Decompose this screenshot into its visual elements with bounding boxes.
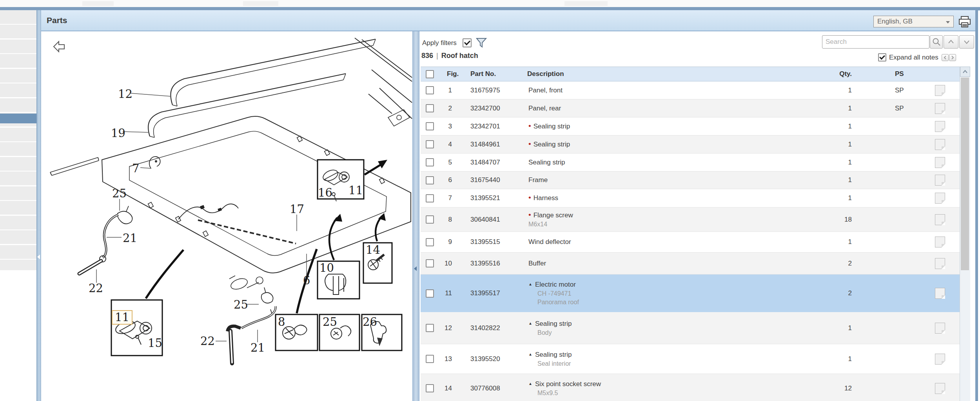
column-header-qty[interactable]: Qty. xyxy=(813,67,852,81)
row-checkbox[interactable] xyxy=(426,289,434,298)
note-document-icon[interactable] xyxy=(935,323,945,334)
row-subline: Panorama roof xyxy=(537,299,579,306)
table-row[interactable]: 14 30776008 ▲ Six point socket screw M5x… xyxy=(421,374,960,401)
row-description: Sealing strip xyxy=(535,320,572,328)
notes-next-button[interactable] xyxy=(949,54,956,61)
row-checkbox[interactable] xyxy=(426,86,434,94)
search-button[interactable] xyxy=(930,35,943,49)
note-document-icon[interactable] xyxy=(935,157,945,168)
row-part-no: 31402822 xyxy=(470,312,525,344)
breadcrumb-section: 836|Roof hatch xyxy=(421,52,478,60)
row-qty: 1 xyxy=(813,344,852,374)
sidebar-item-selected[interactable] xyxy=(0,114,36,123)
scrollbar-up-button[interactable] xyxy=(960,67,970,77)
note-document-icon[interactable] xyxy=(935,103,945,114)
expand-all-notes-checkbox[interactable] xyxy=(878,53,886,61)
row-fig: 13 xyxy=(435,344,452,374)
row-checkbox[interactable] xyxy=(426,194,434,202)
search-input[interactable] xyxy=(822,35,929,49)
row-part-no: 31484707 xyxy=(470,154,525,171)
apply-filters-checkbox[interactable] xyxy=(463,38,472,47)
find-previous-button[interactable] xyxy=(944,35,958,49)
row-checkbox[interactable] xyxy=(426,122,434,130)
column-header-ps[interactable]: PS xyxy=(895,67,918,81)
note-document-icon[interactable] xyxy=(935,121,945,132)
print-button[interactable] xyxy=(958,16,971,28)
row-qty: 1 xyxy=(813,172,852,189)
row-description: Buffer xyxy=(528,260,546,267)
table-scrollbar[interactable] xyxy=(960,67,970,401)
diagram-callout: 25 xyxy=(234,299,248,311)
table-row[interactable]: 11 31395517 ▲ Electric motor CH -749471P… xyxy=(421,275,960,312)
note-marker-icon[interactable]: ▲ xyxy=(528,282,532,286)
row-ps xyxy=(895,232,918,252)
row-description: Frame xyxy=(528,176,548,184)
notes-previous-button[interactable] xyxy=(942,54,949,61)
row-description: Sealing strip xyxy=(534,123,570,130)
row-checkbox[interactable] xyxy=(426,355,434,363)
note-document-icon[interactable] xyxy=(935,175,945,186)
row-checkbox[interactable] xyxy=(426,324,434,332)
row-qty: 12 xyxy=(813,374,852,401)
section-name: Roof hatch xyxy=(441,52,478,60)
row-fig: 2 xyxy=(435,99,452,117)
table-row[interactable]: 5 31484707 Sealing strip 1 xyxy=(421,154,960,172)
pane-splitter[interactable] xyxy=(412,31,419,401)
row-checkbox[interactable] xyxy=(426,384,434,392)
note-document-icon[interactable] xyxy=(935,193,945,204)
row-ps xyxy=(895,189,918,207)
filter-funnel-icon[interactable] xyxy=(476,38,487,50)
row-part-no: 31395517 xyxy=(470,275,525,312)
select-all-checkbox[interactable] xyxy=(426,70,434,78)
note-document-icon[interactable] xyxy=(935,258,945,269)
exploded-diagram: 1219725212217625222116111014825261511 xyxy=(41,31,412,401)
table-row[interactable]: 12 31402822 ▲ Sealing strip Body 1 xyxy=(421,312,960,344)
note-document-icon[interactable] xyxy=(935,288,945,299)
collapse-left-icon[interactable] xyxy=(37,255,40,259)
column-header-part-no[interactable]: Part No. xyxy=(470,67,525,81)
table-row[interactable]: 4 31484961 • Sealing strip 1 xyxy=(421,135,960,154)
table-row[interactable]: 2 32342700 Panel, rear 1 SP xyxy=(421,99,960,117)
table-row[interactable]: 1 31675975 Panel, front 1 SP xyxy=(421,81,960,99)
row-checkbox[interactable] xyxy=(426,140,434,148)
note-document-icon[interactable] xyxy=(935,85,945,96)
row-checkbox[interactable] xyxy=(426,259,434,267)
note-document-icon[interactable] xyxy=(935,354,945,365)
row-checkbox[interactable] xyxy=(426,215,434,224)
table-row[interactable]: 8 30640841 • Flange screw M6x14 18 xyxy=(421,208,960,232)
table-row[interactable]: 3 32342701 • Sealing strip 1 xyxy=(421,117,960,135)
find-next-button[interactable] xyxy=(959,35,974,49)
diagram-callout: 10 xyxy=(319,262,334,274)
row-checkbox[interactable] xyxy=(426,176,434,184)
row-qty: 2 xyxy=(813,253,852,274)
row-checkbox[interactable] xyxy=(426,238,434,246)
row-sublines: M6x14 xyxy=(528,219,547,228)
note-document-icon[interactable] xyxy=(935,383,945,394)
note-document-icon[interactable] xyxy=(935,237,945,247)
collapse-pane-icon[interactable] xyxy=(414,266,417,271)
column-header-fig[interactable]: Fig. xyxy=(447,67,470,81)
language-select[interactable]: English, GB xyxy=(873,16,954,27)
column-header-description[interactable]: Description xyxy=(527,67,645,81)
diagram-callout: 14 xyxy=(366,244,380,256)
table-row[interactable]: 10 31395516 Buffer 2 xyxy=(421,253,960,275)
note-marker-icon[interactable]: ▲ xyxy=(528,381,532,386)
table-row[interactable]: 7 31395521 • Harness 1 xyxy=(421,189,960,208)
note-document-icon[interactable] xyxy=(935,214,945,225)
scrollbar-thumb[interactable] xyxy=(961,78,969,270)
diagram-callout: 25 xyxy=(323,316,337,328)
row-qty: 2 xyxy=(813,275,852,312)
row-checkbox[interactable] xyxy=(426,104,434,112)
note-marker-icon[interactable]: ▲ xyxy=(528,352,532,356)
table-row[interactable]: 6 31675440 Frame 1 xyxy=(421,172,960,189)
row-fig: 4 xyxy=(435,135,452,153)
note-document-icon[interactable] xyxy=(935,139,945,150)
note-marker-icon[interactable]: ▲ xyxy=(528,321,532,325)
diagram-callout: 11 xyxy=(112,310,132,325)
table-row[interactable]: 13 31395520 ▲ Sealing strip Seal interio… xyxy=(421,344,960,374)
table-row[interactable]: 9 31395515 Wind deflector 1 xyxy=(421,232,960,253)
row-checkbox[interactable] xyxy=(426,158,434,166)
sidebar-list[interactable] xyxy=(0,10,36,270)
section-code: 836 xyxy=(421,52,433,60)
row-sublines: Body xyxy=(528,328,552,336)
